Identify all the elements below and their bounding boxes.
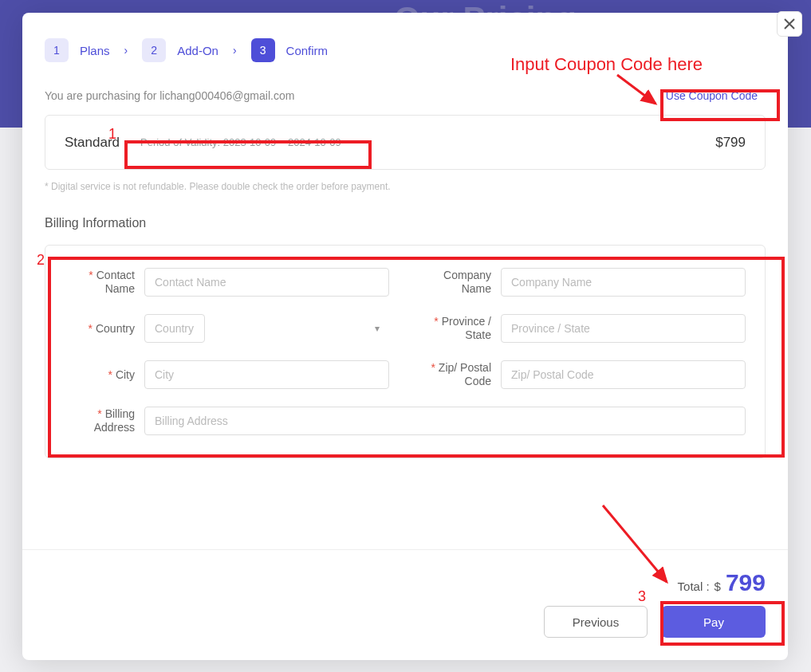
plan-price: $799 — [715, 135, 746, 151]
purchase-for-text: You are purchasing for lichang000406@gma… — [45, 89, 294, 102]
purchase-modal: 1 Plans › 2 Add-On › 3 Confirm You are p… — [22, 13, 788, 660]
chevron-right-icon: › — [233, 44, 237, 57]
field-label: *Contact Name — [65, 269, 135, 296]
refund-disclaimer: * Digital service is not refundable. Ple… — [45, 181, 766, 192]
step-number: 3 — [251, 38, 275, 62]
close-button[interactable] — [777, 11, 802, 37]
field-label: Company Name — [421, 269, 491, 296]
billing-address-field: *Billing Address — [65, 407, 746, 435]
step-number: 1 — [45, 38, 69, 62]
field-label: *Province / State — [421, 315, 491, 342]
billing-info-title: Billing Information — [45, 216, 766, 230]
zip-input[interactable] — [501, 360, 746, 389]
plan-summary-box: Standard Period of Validity: 2023-10-09 … — [45, 115, 766, 170]
chevron-right-icon: › — [124, 44, 128, 57]
step-confirm: 3 Confirm — [251, 38, 329, 62]
field-label: *City — [65, 368, 135, 382]
zip-field: *Zip/ Postal Code — [421, 360, 746, 389]
total-label: Total : — [678, 580, 710, 593]
contact-name-field: *Contact Name — [65, 268, 389, 297]
step-label: Confirm — [286, 44, 329, 57]
city-field: *City — [65, 360, 389, 389]
city-input[interactable] — [144, 360, 389, 389]
pay-button[interactable]: Pay — [662, 606, 766, 638]
company-name-input[interactable] — [501, 268, 746, 297]
total-amount: 799 — [726, 569, 766, 596]
step-breadcrumb: 1 Plans › 2 Add-On › 3 Confirm — [45, 38, 766, 62]
previous-button[interactable]: Previous — [544, 606, 648, 638]
plan-validity: Period of Validity: 2023-10-09 ~ 2024-10… — [134, 133, 348, 151]
company-name-field: Company Name — [421, 268, 746, 297]
purchase-row: You are purchasing for lichang000406@gma… — [45, 84, 766, 107]
modal-footer: Total : $ 799 Previous Pay — [22, 549, 788, 660]
close-icon — [784, 18, 795, 29]
use-coupon-link[interactable]: Use Coupon Code — [658, 84, 766, 107]
chevron-down-icon: ▾ — [375, 323, 380, 334]
step-addon[interactable]: 2 Add-On — [142, 38, 218, 62]
billing-info-card: *Contact Name Company Name *Country Coun… — [45, 245, 766, 458]
province-input[interactable] — [501, 314, 746, 343]
step-plans[interactable]: 1 Plans — [45, 38, 110, 62]
province-field: *Province / State — [421, 314, 746, 343]
field-label: *Zip/ Postal Code — [421, 361, 491, 388]
billing-address-input[interactable] — [144, 407, 746, 435]
country-select[interactable]: Country — [144, 314, 205, 343]
currency-symbol: $ — [715, 580, 721, 593]
step-label: Plans — [80, 44, 110, 57]
country-field: *Country Country ▾ — [65, 314, 389, 343]
modal-body: 1 Plans › 2 Add-On › 3 Confirm You are p… — [22, 13, 788, 458]
field-label: *Billing Address — [65, 407, 135, 434]
total-row: Total : $ 799 — [678, 569, 766, 596]
step-label: Add-On — [177, 44, 218, 57]
field-label: *Country — [65, 322, 135, 336]
contact-name-input[interactable] — [144, 268, 389, 297]
step-number: 2 — [142, 38, 166, 62]
plan-name: Standard — [65, 135, 120, 151]
